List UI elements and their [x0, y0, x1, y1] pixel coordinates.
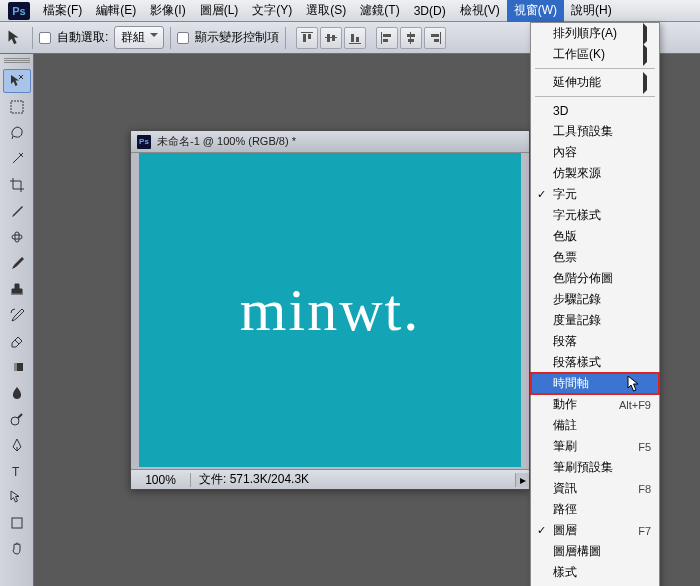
submenu-arrow-icon — [643, 27, 651, 41]
svg-rect-23 — [11, 363, 14, 371]
menu-layer[interactable]: 圖層(L) — [193, 0, 246, 22]
menu-item-clone-source[interactable]: 仿製來源 — [531, 163, 659, 184]
menu-edit[interactable]: 編輯(E) — [89, 0, 143, 22]
lasso-tool[interactable] — [3, 121, 31, 145]
wand-tool[interactable] — [3, 147, 31, 171]
menu-item-timeline[interactable]: 時間軸 — [531, 373, 659, 394]
menu-file[interactable]: 檔案(F) — [36, 0, 89, 22]
menu-item-paragraph[interactable]: 段落 — [531, 331, 659, 352]
menu-window[interactable]: 視窗(W) — [507, 0, 564, 22]
align-top-button[interactable] — [296, 27, 318, 49]
menu-image[interactable]: 影像(I) — [143, 0, 192, 22]
menu-item-swatches[interactable]: 色版 — [531, 226, 659, 247]
dodge-tool[interactable] — [3, 407, 31, 431]
scroll-arrow-icon[interactable]: ▸ — [515, 473, 529, 487]
document-info[interactable]: 文件: 571.3K/204.3K — [191, 471, 515, 488]
svg-rect-1 — [303, 34, 306, 42]
app-logo: Ps — [8, 2, 30, 20]
crop-tool[interactable] — [3, 173, 31, 197]
svg-rect-3 — [325, 37, 337, 38]
svg-rect-6 — [349, 43, 361, 44]
menu-select[interactable]: 選取(S) — [299, 0, 353, 22]
menu-view[interactable]: 檢視(V) — [453, 0, 507, 22]
path-tool[interactable] — [3, 485, 31, 509]
history-brush-tool[interactable] — [3, 303, 31, 327]
eyedropper-tool[interactable] — [3, 199, 31, 223]
shape-tool[interactable] — [3, 511, 31, 535]
svg-rect-10 — [383, 34, 391, 37]
document-window[interactable]: Ps 未命名-1 @ 100% (RGB/8) * minwt. 100% 文件… — [130, 130, 530, 490]
svg-rect-9 — [381, 32, 382, 44]
menu-item-content[interactable]: 內容 — [531, 142, 659, 163]
menu-item-brush-presets[interactable]: 筆刷預設集 — [531, 457, 659, 478]
panel-grip[interactable] — [4, 58, 30, 66]
svg-point-24 — [11, 417, 19, 425]
menu-item-workspace[interactable]: 工作區(K) — [531, 44, 659, 65]
svg-rect-14 — [408, 39, 414, 42]
align-left-button[interactable] — [376, 27, 398, 49]
menu-item-actions[interactable]: 動作Alt+F9 — [531, 394, 659, 415]
menu-help[interactable]: 說明(H) — [564, 0, 619, 22]
transform-controls-label: 顯示變形控制項 — [195, 29, 279, 46]
separator — [32, 27, 33, 49]
hand-tool[interactable] — [3, 537, 31, 561]
menu-item-history[interactable]: 步驟記錄 — [531, 289, 659, 310]
menu-type[interactable]: 文字(Y) — [245, 0, 299, 22]
menu-item-histogram[interactable]: 色階分佈圖 — [531, 268, 659, 289]
separator — [170, 27, 171, 49]
menu-3d[interactable]: 3D(D) — [407, 1, 453, 21]
document-titlebar[interactable]: Ps 未命名-1 @ 100% (RGB/8) * — [131, 131, 529, 153]
pen-tool[interactable] — [3, 433, 31, 457]
cursor-icon — [627, 375, 641, 393]
menu-item-measurement[interactable]: 度量記錄 — [531, 310, 659, 331]
shortcut-label: F5 — [638, 441, 651, 453]
menu-item-extensions[interactable]: 延伸功能 — [531, 72, 659, 93]
document-ps-icon: Ps — [137, 135, 151, 149]
eraser-tool[interactable] — [3, 329, 31, 353]
type-tool[interactable]: T — [3, 459, 31, 483]
menu-item-info[interactable]: 資訊F8 — [531, 478, 659, 499]
svg-rect-26 — [12, 518, 22, 528]
menu-separator — [535, 96, 655, 97]
auto-select-checkbox[interactable] — [39, 32, 51, 44]
align-bottom-button[interactable] — [344, 27, 366, 49]
brush-tool[interactable] — [3, 251, 31, 275]
menu-item-styles[interactable]: 樣式 — [531, 562, 659, 583]
menu-item-layer-comps[interactable]: 圖層構圖 — [531, 541, 659, 562]
align-hcenter-button[interactable] — [400, 27, 422, 49]
menu-item-para-styles[interactable]: 段落樣式 — [531, 352, 659, 373]
blur-tool[interactable] — [3, 381, 31, 405]
menu-item-paths[interactable]: 路徑 — [531, 499, 659, 520]
stamp-tool[interactable] — [3, 277, 31, 301]
menu-item-char-styles[interactable]: 字元樣式 — [531, 205, 659, 226]
transform-controls-checkbox[interactable] — [177, 32, 189, 44]
shortcut-label: F7 — [638, 525, 651, 537]
svg-rect-7 — [351, 34, 354, 42]
menu-item-3d[interactable]: 3D — [531, 100, 659, 121]
align-group-1 — [296, 27, 366, 49]
align-vcenter-button[interactable] — [320, 27, 342, 49]
separator — [285, 27, 286, 49]
menu-item-character[interactable]: 字元 — [531, 184, 659, 205]
menu-item-tool-presets[interactable]: 工具預設集 — [531, 121, 659, 142]
document-title: 未命名-1 @ 100% (RGB/8) * — [157, 134, 296, 149]
svg-rect-5 — [332, 35, 335, 41]
auto-select-dropdown[interactable]: 群組 — [114, 26, 164, 49]
canvas[interactable]: minwt. — [139, 153, 521, 467]
submenu-arrow-icon — [643, 76, 651, 90]
gradient-tool[interactable] — [3, 355, 31, 379]
zoom-level[interactable]: 100% — [131, 473, 191, 487]
menu-item-brush[interactable]: 筆刷F5 — [531, 436, 659, 457]
move-tool[interactable] — [3, 69, 31, 93]
svg-rect-20 — [15, 232, 19, 242]
menu-item-layers[interactable]: 圖層F7 — [531, 520, 659, 541]
align-right-button[interactable] — [424, 27, 446, 49]
canvas-text: minwt. — [240, 276, 420, 345]
submenu-arrow-icon — [643, 48, 651, 62]
heal-tool[interactable] — [3, 225, 31, 249]
menu-item-arrange[interactable]: 排列順序(A) — [531, 23, 659, 44]
menu-filter[interactable]: 濾鏡(T) — [353, 0, 406, 22]
menu-item-color[interactable]: 色票 — [531, 247, 659, 268]
menu-item-notes[interactable]: 備註 — [531, 415, 659, 436]
marquee-tool[interactable] — [3, 95, 31, 119]
